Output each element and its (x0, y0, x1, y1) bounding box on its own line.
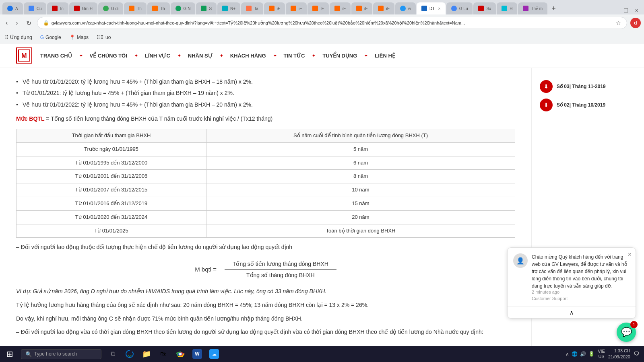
table-cell-period: Trước ngày 01/01/1995 (17, 142, 206, 156)
start-button[interactable]: ⊞ (0, 346, 19, 362)
forward-button[interactable]: › (13, 18, 20, 28)
calculation-para: Tỷ lệ hưởng lương hưu hàng tháng của ông… (16, 300, 515, 310)
chat-close-button[interactable]: × (628, 251, 632, 258)
tab-item[interactable]: G Lu (446, 2, 473, 14)
bookmark-maps[interactable]: 📍 Maps (68, 34, 90, 41)
battery-icon[interactable]: 🔋 (588, 351, 594, 357)
tab-item[interactable]: iF (373, 2, 394, 14)
tab-item[interactable]: Cu (24, 2, 47, 14)
tab-item[interactable]: A (2, 2, 23, 14)
maximize-button[interactable]: ☐ (621, 6, 631, 14)
sidebar-doc-1[interactable]: ⬇ Số 03| Tháng 11-2019 (540, 80, 636, 93)
close-button[interactable]: × (633, 6, 641, 14)
tab-close-button[interactable]: × (438, 6, 440, 11)
tray-icons: ∧ 🌐 🔊 🔋 (566, 351, 594, 357)
taskbar-app-store[interactable]: 🛍 (155, 346, 171, 362)
taskbar-apps: ⧉ 📁 🛍 (105, 346, 222, 362)
nav-lien-he[interactable]: LIÊN HỆ (375, 53, 395, 59)
tab-item[interactable]: iF (286, 2, 307, 14)
tab-item[interactable]: Th (124, 2, 147, 14)
system-clock[interactable]: 1:33 CH 21/09/2020 (608, 348, 630, 360)
tab-item[interactable]: iF (351, 2, 372, 14)
table-cell-years: 8 năm (206, 170, 515, 183)
tab-item[interactable]: H (497, 2, 517, 14)
svg-text:M: M (21, 52, 27, 59)
tab-item[interactable]: G N (171, 2, 196, 14)
sidebar-doc-2[interactable]: ⬇ Số 02| Tháng 10/2019 (540, 99, 636, 111)
address-bar[interactable]: 🔒 gvlawyers.com.vn/cap-nhat-cach-tinh-lu… (37, 17, 627, 29)
nav-tin-tuc[interactable]: TIN TỨC (284, 53, 305, 59)
nav-nhan-su[interactable]: NHÂN SỰ (188, 53, 213, 59)
apps-grid-icon: ⠿⠿ (97, 35, 104, 40)
sidebar-doc-label-2: Số 02| Tháng 10/2019 (557, 102, 605, 108)
site-navbar: M TRANG CHỦ ✦ VỀ CHÚNG TÔI ✦ LĨNH VỰC ✦ … (0, 43, 644, 68)
table-row: Từ 01/01/2001 đến 31/12/20068 năm (17, 170, 515, 183)
tab-item-active[interactable]: DT × (417, 2, 446, 14)
taskbar-app-folder[interactable]: 📁 (138, 346, 155, 362)
clock-time: 1:33 CH (608, 348, 630, 354)
tab-item[interactable]: S (196, 2, 217, 14)
tab-item[interactable]: iF (308, 2, 328, 14)
formula-label: M bqtl = (195, 265, 217, 274)
taskbar-search[interactable]: 🔍 Type here to search (21, 349, 101, 359)
bookmark-label: Google (45, 35, 61, 40)
tray-arrow-icon[interactable]: ∧ (566, 351, 569, 357)
table-cell-period: Từ 01/01/2007 đến 31/12/2015 (17, 183, 206, 197)
mqtl-formula-desc: = Tổng số tiền lương tháng đóng BHXH của… (46, 115, 272, 122)
table-header-1: Thời gian bắt đầu tham gia BHXH (17, 129, 206, 142)
table-cell-period: Từ 01/01/2025 (17, 224, 206, 238)
chat-avatar: 👤 (513, 253, 528, 268)
example-para: Ví dụ: Giả sử năm 2026, ông D nghỉ hưu d… (16, 287, 515, 296)
tab-item[interactable]: Gm H (69, 2, 97, 14)
nav-trang-chu[interactable]: TRANG CHỦ (40, 53, 72, 59)
nav-ve-chung-toi[interactable]: VỀ CHÚNG TÔI (90, 53, 127, 59)
nav-separator: ✦ (312, 53, 315, 58)
chat-collapse-button[interactable]: ∧ (508, 306, 636, 318)
taskbar-app-cloud[interactable]: ☁ (206, 346, 222, 362)
chat-time: 2 minutes ago (532, 290, 630, 294)
taskview-icon: ⧉ (108, 349, 118, 359)
new-tab-button[interactable]: + (548, 3, 559, 14)
bookmark-star-icon[interactable]: ☆ (616, 20, 621, 26)
tab-item[interactable]: In (47, 2, 68, 14)
chat-greeting-text: Chào mừng Quý khách hàng đến với trang w… (532, 253, 630, 290)
chat-float-button[interactable]: 💬 1 (617, 323, 636, 342)
nav-linh-vuc[interactable]: LĨNH VỰC (145, 53, 170, 59)
bookmark-apps[interactable]: ⠿ Ứng dụng (3, 34, 34, 41)
download-icon-1: ⬇ (540, 80, 553, 93)
bookmark-uo[interactable]: ⠿⠿ uo (95, 34, 112, 41)
refresh-button[interactable]: ↻ (24, 18, 34, 29)
table-cell-years: 6 năm (206, 156, 515, 170)
bullet-list: Về hưu từ 01/01/2020: tỷ lệ lương hưu = … (16, 76, 515, 110)
back-button[interactable]: ‹ (3, 18, 10, 28)
tab-item[interactable]: Ta (241, 2, 263, 14)
volume-icon[interactable]: 🔊 (580, 351, 586, 357)
taskbar-app-taskview[interactable]: ⧉ (105, 346, 121, 362)
tab-item[interactable]: Th (147, 2, 170, 14)
chat-bubble: × 👤 Chào mừng Quý khách hàng đến với tra… (507, 247, 636, 319)
taskbar-app-edge[interactable] (122, 346, 138, 362)
tab-item[interactable]: Sx (473, 2, 496, 14)
tab-item[interactable]: Thẻ m (518, 2, 547, 14)
tab-item[interactable]: iF (264, 2, 285, 14)
taskbar-app-chrome[interactable] (172, 346, 188, 362)
taskbar-app-word[interactable]: W (189, 346, 205, 362)
bookmark-google[interactable]: G Google (39, 34, 63, 41)
para-employer-salary: – Đối với người lao động thuộc đối tượng… (16, 243, 515, 252)
minimize-button[interactable]: — (609, 6, 619, 14)
nav-tuyen-dung[interactable]: TUYỂN DỤNG (322, 53, 357, 59)
google-icon: G (40, 35, 44, 40)
nav-khach-hang[interactable]: KHÁCH HÀNG (230, 53, 266, 59)
tab-item[interactable]: w (395, 2, 416, 14)
tab-item[interactable]: N+ (217, 2, 240, 14)
site-logo[interactable]: M (16, 47, 32, 64)
site-nav: TRANG CHỦ ✦ VỀ CHÚNG TÔI ✦ LĨNH VỰC ✦ NH… (40, 53, 395, 59)
network-icon[interactable]: 🌐 (572, 351, 578, 357)
profile-button[interactable]: d (630, 18, 641, 28)
notifications-button[interactable]: 🗨 (634, 351, 639, 357)
language-indicator[interactable]: VIE US (598, 349, 605, 359)
nav-separator: ✦ (220, 53, 223, 58)
tab-item[interactable]: iF (330, 2, 351, 14)
tab-item[interactable]: G di (98, 2, 123, 14)
formula-block: M bqtl = Tổng số tiền lương tháng đóng B… (16, 259, 515, 280)
